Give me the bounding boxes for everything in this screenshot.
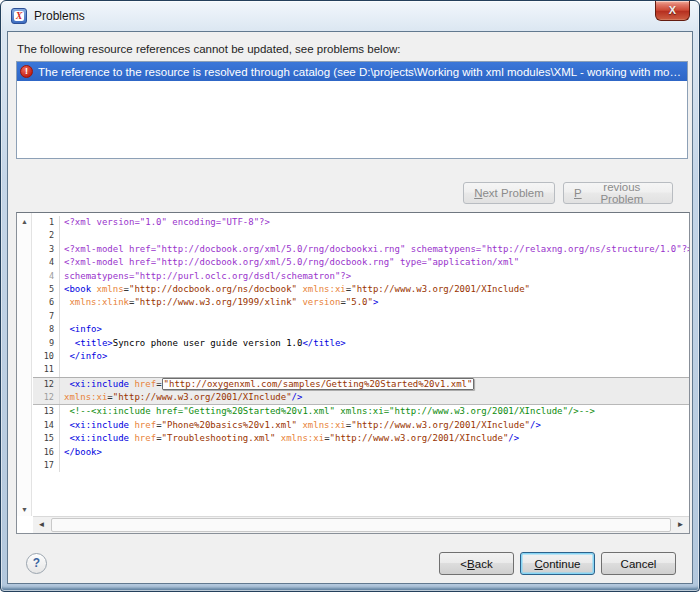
- code-line[interactable]: 12 <xi:include href="http://oxygenxml.co…: [33, 377, 689, 391]
- close-button[interactable]: X: [655, 1, 690, 21]
- problems-dialog: X Problems X The following resource refe…: [0, 0, 700, 592]
- continue-button[interactable]: Continue: [520, 552, 595, 575]
- dialog-message: The following resource references cannot…: [17, 43, 401, 55]
- editor-body[interactable]: 1<?xml version="1.0" encoding="UTF-8"?>2…: [33, 213, 689, 516]
- close-icon: X: [669, 4, 676, 16]
- line-number: 15: [33, 432, 60, 445]
- code-line[interactable]: 7: [33, 310, 689, 323]
- line-number: 13: [33, 405, 60, 418]
- line-number: 17: [33, 459, 60, 472]
- line-number: 2: [33, 229, 60, 242]
- code-text: <?xml version="1.0" encoding="UTF-8"?>: [60, 216, 689, 229]
- title-bar[interactable]: X Problems: [1, 1, 699, 31]
- code-text: [60, 310, 689, 323]
- dialog-client-area: The following resource references cannot…: [7, 31, 693, 584]
- fold-collapse-down-icon[interactable]: ▼: [17, 506, 32, 513]
- window-title: Problems: [34, 9, 85, 23]
- problems-list[interactable]: !The reference to the resource is resolv…: [16, 61, 688, 159]
- error-icon: !: [20, 65, 33, 78]
- code-line[interactable]: 4<?xml-model href="http://docbook.org/xm…: [33, 256, 689, 269]
- code-text: <title>Syncro phone user guide version 1…: [60, 337, 689, 350]
- line-number: 1: [33, 216, 60, 229]
- code-line[interactable]: 8 <info>: [33, 323, 689, 336]
- code-text: [60, 363, 689, 376]
- scrollbar-thumb[interactable]: [51, 518, 671, 532]
- code-text: </info>: [60, 350, 689, 363]
- code-line[interactable]: 1<?xml version="1.0" encoding="UTF-8"?>: [33, 216, 689, 229]
- code-editor[interactable]: ▲ ▼ 1<?xml version="1.0" encoding="UTF-8…: [16, 212, 690, 534]
- problem-item[interactable]: !The reference to the resource is resolv…: [17, 62, 687, 81]
- problem-nav-buttons: Next Problem Previous Problem: [463, 182, 673, 204]
- line-number: 7: [33, 310, 60, 323]
- code-line[interactable]: 16</book>: [33, 446, 689, 459]
- code-text: <book xmlns="http://docbook.org/ns/docbo…: [60, 283, 689, 296]
- code-line[interactable]: 15 <xi:include href="Troubleshooting.xml…: [33, 432, 689, 445]
- code-line[interactable]: 5<book xmlns="http://docbook.org/ns/docb…: [33, 283, 689, 296]
- line-number: 4: [33, 256, 60, 269]
- code-text: </book>: [60, 446, 689, 459]
- fold-collapse-up-icon[interactable]: ▲: [17, 218, 32, 225]
- code-line[interactable]: 12xmlns:xi="http://www.w3.org/2001/XIncl…: [33, 391, 689, 405]
- cancel-button[interactable]: Cancel: [601, 552, 676, 575]
- code-line[interactable]: 11: [33, 363, 689, 376]
- code-text: <?xml-model href="http://docbook.org/xml…: [60, 243, 689, 256]
- scroll-right-icon[interactable]: ►: [672, 517, 689, 533]
- line-number: 12: [33, 391, 60, 404]
- footer-buttons: < Back Continue Cancel: [439, 552, 676, 575]
- line-number: 14: [33, 419, 60, 432]
- code-text: <?xml-model href="http://docbook.org/xml…: [60, 256, 689, 269]
- code-text: schematypens="http://purl.oclc.org/dsdl/…: [60, 270, 689, 283]
- code-line[interactable]: 4schematypens="http://purl.oclc.org/dsdl…: [33, 270, 689, 283]
- code-text: xmlns:xlink="http://www.w3.org/1999/xlin…: [60, 296, 689, 309]
- line-number: 12: [33, 378, 60, 391]
- line-number: 8: [33, 323, 60, 336]
- code-text: <xi:include href="Phone%20basics%20v1.xm…: [60, 419, 689, 432]
- code-line[interactable]: 10 </info>: [33, 350, 689, 363]
- horizontal-scrollbar[interactable]: ◄ ►: [33, 516, 689, 533]
- next-problem-button[interactable]: Next Problem: [463, 182, 555, 204]
- scroll-left-icon[interactable]: ◄: [33, 517, 50, 533]
- code-text: <xi:include href="Troubleshooting.xml" x…: [60, 432, 689, 445]
- line-number: 4: [33, 270, 60, 283]
- code-text: <xi:include href="http://oxygenxml.com/s…: [60, 378, 689, 391]
- code-line[interactable]: 9 <title>Syncro phone user guide version…: [33, 337, 689, 350]
- line-number: 6: [33, 296, 60, 309]
- code-text: xmlns:xi="http://www.w3.org/2001/XInclud…: [60, 391, 689, 404]
- code-line[interactable]: 3<?xml-model href="http://docbook.org/xm…: [33, 243, 689, 256]
- code-text: <info>: [60, 323, 689, 336]
- code-line[interactable]: 2: [33, 229, 689, 242]
- help-icon: ?: [33, 556, 40, 570]
- line-number: 3: [33, 243, 60, 256]
- fold-strip: ▲ ▼: [17, 213, 32, 516]
- code-line[interactable]: 6 xmlns:xlink="http://www.w3.org/1999/xl…: [33, 296, 689, 309]
- problem-text: The reference to the resource is resolve…: [38, 66, 687, 78]
- line-number: 16: [33, 446, 60, 459]
- code-line[interactable]: 14 <xi:include href="Phone%20basics%20v1…: [33, 419, 689, 432]
- line-number: 9: [33, 337, 60, 350]
- previous-problem-button[interactable]: Previous Problem: [563, 182, 673, 204]
- line-number: 11: [33, 363, 60, 376]
- code-text: <!--<xi:include href="Getting%20Started%…: [60, 405, 689, 418]
- code-text: [60, 459, 689, 472]
- oxygen-app-icon: X: [11, 8, 27, 24]
- line-number: 10: [33, 350, 60, 363]
- code-line[interactable]: 17: [33, 459, 689, 472]
- code-line[interactable]: 13 <!--<xi:include href="Getting%20Start…: [33, 405, 689, 418]
- line-number: 5: [33, 283, 60, 296]
- code-text: [60, 229, 689, 242]
- help-button[interactable]: ?: [26, 553, 47, 574]
- back-button[interactable]: < Back: [439, 552, 514, 575]
